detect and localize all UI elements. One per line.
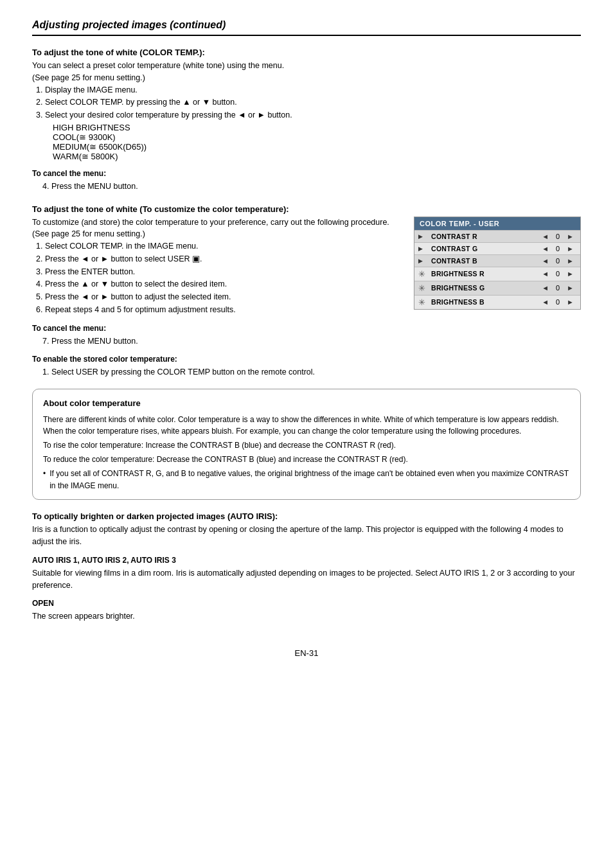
info-box-bullet-text: If you set all of CONTRAST R, G, and B t… xyxy=(49,468,570,492)
list-item: Select COLOR TEMP. in the IMAGE menu. xyxy=(45,240,401,252)
list-item: Select your desired color temperature by… xyxy=(45,109,581,121)
auto-iris-123-text: Suitable for viewing films in a dim room… xyxy=(32,567,581,592)
ct-value-6: 0 xyxy=(551,298,564,306)
info-box-para3: To reduce the color temperature: Decreas… xyxy=(43,454,570,465)
ct-left-arrow-6: ◄ xyxy=(539,298,551,306)
option-cool: COOL(≅ 9300K) xyxy=(53,132,581,142)
ct-table-header: COLOR TEMP. - USER xyxy=(414,217,580,230)
section1-see-page: (See page 25 for menu setting.) xyxy=(32,72,581,84)
section2-steps: Select COLOR TEMP. in the IMAGE menu. Pr… xyxy=(45,240,401,316)
ct-value-3: 0 xyxy=(551,257,564,265)
open-heading: OPEN xyxy=(32,598,581,609)
ct-label-contrast-b: CONTRAST B xyxy=(431,257,539,265)
section1-steps: Display the IMAGE menu. Select COLOR TEM… xyxy=(45,84,581,121)
page-title: Adjusting projected images (continued) xyxy=(32,19,581,36)
option-warm: WARM(≅ 5800K) xyxy=(53,152,581,161)
bullet-symbol: • xyxy=(43,468,46,492)
ct-right-arrow-5: ► xyxy=(564,284,576,292)
ct-row-contrast-r: ▶ CONTRAST R ◄ 0 ► xyxy=(414,230,580,242)
ct-left-arrow-1: ◄ xyxy=(539,233,551,240)
section-color-temp-preset: To adjust the tone of white (COLOR TEMP.… xyxy=(32,48,581,193)
section2-left: To customize (and store) the color tempe… xyxy=(32,217,401,379)
ct-left-arrow-2: ◄ xyxy=(539,245,551,252)
list-item: Press the ◄ or ► button to select USER ▣… xyxy=(45,253,401,265)
ct-label-brightness-r: BRIGHTNESS R xyxy=(431,270,539,278)
color-temp-user-table: COLOR TEMP. - USER ▶ CONTRAST R ◄ 0 ► ▶ … xyxy=(414,217,581,310)
ct-row-brightness-g: ✳ BRIGHTNESS G ◄ 0 ► xyxy=(414,281,580,295)
ct-label-contrast-g: CONTRAST G xyxy=(431,245,539,252)
ct-right-arrow-1: ► xyxy=(564,233,576,240)
section3-heading: To optically brighten or darken projecte… xyxy=(32,511,581,521)
info-box-para1: There are different kinds of white color… xyxy=(43,414,570,437)
ct-row-icon-4: ✳ xyxy=(418,269,429,279)
info-box-bullet: • If you set all of CONTRAST R, G, and B… xyxy=(43,468,570,492)
info-box-para2: To rise the color temperature: Increase … xyxy=(43,439,570,451)
auto-iris-123-heading: AUTO IRIS 1, AUTO IRIS 2, AUTO IRIS 3 xyxy=(32,554,581,566)
section-auto-iris: To optically brighten or darken projecte… xyxy=(32,511,581,623)
section1-heading: To adjust the tone of white (COLOR TEMP.… xyxy=(32,48,581,57)
page-number: EN-31 xyxy=(32,648,581,658)
section1-intro: You can select a preset color temperatur… xyxy=(32,60,581,72)
ct-row-icon-2: ▶ xyxy=(418,245,429,252)
ct-row-icon-6: ✳ xyxy=(418,297,429,307)
list-item: Press the ENTER button. xyxy=(45,266,401,278)
list-item: Select COLOR TEMP. by pressing the ▲ or … xyxy=(45,96,581,109)
ct-value-1: 0 xyxy=(551,233,564,240)
list-item: Press the ▲ or ▼ button to select the de… xyxy=(45,278,401,290)
stored-heading: To enable the stored color temperature: xyxy=(32,353,401,365)
ct-right-arrow-2: ► xyxy=(564,245,576,252)
option-medium: MEDIUM(≅ 6500K(D65)) xyxy=(53,142,581,152)
open-text: The screen appears brighter. xyxy=(32,610,581,623)
list-item: Display the IMAGE menu. xyxy=(45,84,581,96)
ct-table-container: COLOR TEMP. - USER ▶ CONTRAST R ◄ 0 ► ▶ … xyxy=(414,217,581,379)
ct-right-arrow-6: ► xyxy=(564,298,576,306)
section3-intro: Iris is a function to optically adjust t… xyxy=(32,524,581,548)
list-item: Repeat steps 4 and 5 for optimum adjustm… xyxy=(45,304,401,316)
cancel-heading-2: To cancel the menu: xyxy=(32,323,401,334)
option-high-brightness: HIGH BRIGHTNESS xyxy=(53,123,581,132)
ct-right-arrow-3: ► xyxy=(564,257,576,265)
ct-row-brightness-r: ✳ BRIGHTNESS R ◄ 0 ► xyxy=(414,267,580,281)
stored-step: 1. Select USER by pressing the COLOR TEM… xyxy=(42,366,401,378)
ct-value-4: 0 xyxy=(551,270,564,278)
ct-left-arrow-5: ◄ xyxy=(539,284,551,292)
section2-heading: To adjust the tone of white (To customiz… xyxy=(32,204,581,214)
ct-left-arrow-4: ◄ xyxy=(539,270,551,278)
cancel-step-1: 4. Press the MENU button. xyxy=(42,181,581,193)
ct-row-icon-5: ✳ xyxy=(418,283,429,293)
list-item: Press the ◄ or ► button to adjust the se… xyxy=(45,291,401,303)
section2-see-page: (See page 25 for menu setting.) xyxy=(32,228,401,240)
ct-row-icon-3: ▶ xyxy=(418,258,429,264)
ct-label-contrast-r: CONTRAST R xyxy=(431,233,539,240)
ct-left-arrow-3: ◄ xyxy=(539,257,551,265)
section-color-temp-custom: To adjust the tone of white (To customiz… xyxy=(32,204,581,379)
ct-value-5: 0 xyxy=(551,284,564,292)
ct-label-brightness-b: BRIGHTNESS B xyxy=(431,298,539,306)
ct-right-arrow-4: ► xyxy=(564,270,576,278)
ct-row-contrast-g: ▶ CONTRAST G ◄ 0 ► xyxy=(414,242,580,254)
cancel-step-2: 7. Press the MENU button. xyxy=(42,335,401,348)
cancel-heading-1: To cancel the menu: xyxy=(32,168,581,179)
ct-row-brightness-b: ✳ BRIGHTNESS B ◄ 0 ► xyxy=(414,295,580,309)
ct-row-contrast-b: ▶ CONTRAST B ◄ 0 ► xyxy=(414,254,580,267)
section2-intro: To customize (and store) the color tempe… xyxy=(32,217,401,229)
ct-value-2: 0 xyxy=(551,245,564,252)
ct-label-brightness-g: BRIGHTNESS G xyxy=(431,284,539,292)
info-box-title: About color temperature xyxy=(43,397,570,410)
info-box-color-temp: About color temperature There are differ… xyxy=(32,389,581,500)
ct-row-icon-1: ▶ xyxy=(418,233,429,240)
